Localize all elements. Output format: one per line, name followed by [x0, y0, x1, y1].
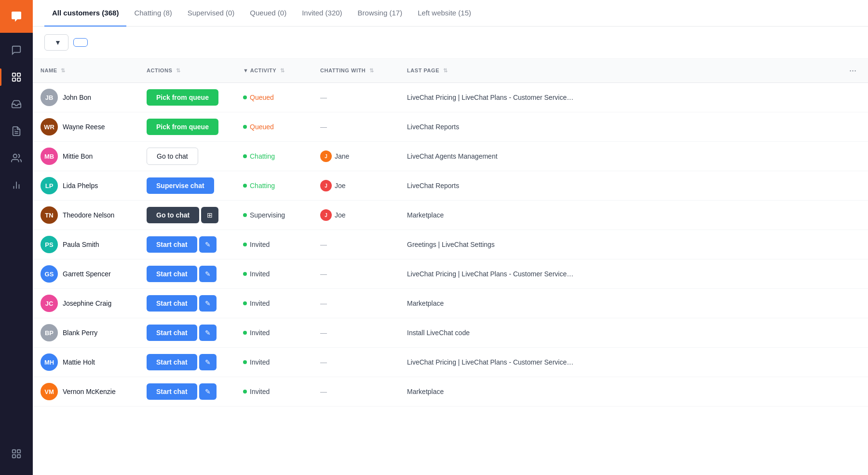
- invite-action-button[interactable]: ✎: [199, 325, 217, 341]
- table-row: TN Theodore Nelson Go to chat ⊞ Supervis…: [33, 201, 868, 230]
- chevron-down-icon: ▼: [54, 39, 61, 46]
- invite-action-button[interactable]: ✎: [199, 236, 217, 253]
- tab-left[interactable]: Left website (15): [410, 0, 479, 27]
- customers-table-container: NAME ⇅ ACTIONS ⇅ ▼ ACTIVITY ⇅ CHATTING W…: [33, 59, 868, 475]
- sidebar: [0, 0, 33, 475]
- invite-action-button[interactable]: ✎: [199, 383, 217, 400]
- svg-rect-13: [13, 455, 15, 458]
- row-more-cell: [838, 289, 868, 318]
- status-label: Invited: [250, 299, 270, 307]
- avatar: GS: [41, 265, 58, 283]
- last-page-text: Marketplace: [407, 211, 444, 219]
- app-logo[interactable]: [0, 0, 33, 33]
- row-more-cell: [838, 171, 868, 201]
- start-chat-button[interactable]: Start chat: [147, 383, 197, 400]
- last-page-cell: Marketplace: [399, 201, 838, 230]
- th-activity[interactable]: ▼ ACTIVITY ⇅: [235, 59, 312, 83]
- sort-icon: ⇅: [61, 68, 66, 73]
- tab-queued[interactable]: Queued (0): [242, 0, 294, 27]
- chatting-with-cell: —: [312, 377, 399, 407]
- status-badge: Supervising: [243, 211, 305, 219]
- row-more-cell: [838, 259, 868, 289]
- svg-rect-14: [17, 455, 20, 458]
- table-row: WR Wayne Reese Pick from queue Queued —L…: [33, 112, 868, 142]
- status-dot: [243, 125, 247, 129]
- th-last-page[interactable]: LAST PAGE ⇅: [399, 59, 838, 83]
- sidebar-item-tickets[interactable]: [0, 118, 33, 145]
- customer-name-cell: JC Josephine Craig: [33, 289, 139, 318]
- status-dot: [243, 360, 247, 364]
- tab-all[interactable]: All customers (368): [44, 0, 126, 27]
- row-more-cell: [838, 112, 868, 142]
- status-badge: Invited: [243, 358, 305, 366]
- start-chat-button[interactable]: Start chat: [147, 354, 197, 370]
- svg-rect-3: [13, 78, 15, 81]
- last-page-cell: Marketplace: [399, 377, 838, 407]
- svg-rect-4: [17, 78, 20, 81]
- status-badge: Invited: [243, 299, 305, 307]
- start-chat-button[interactable]: Start chat: [147, 236, 197, 253]
- tab-browsing[interactable]: Browsing (17): [350, 0, 410, 27]
- sidebar-item-chats[interactable]: [0, 37, 33, 64]
- sidebar-item-customers[interactable]: [0, 64, 33, 91]
- status-badge: Queued: [243, 123, 305, 131]
- sidebar-item-reports[interactable]: [0, 172, 33, 199]
- status-badge: Invited: [243, 270, 305, 278]
- tab-supervised[interactable]: Supervised (0): [180, 0, 243, 27]
- status-dot: [243, 331, 247, 335]
- status-dot: [243, 272, 247, 276]
- customers-tbody: JB John Bon Pick from queue Queued —Live…: [33, 83, 868, 407]
- start-chat-button[interactable]: Start chat: [147, 266, 197, 282]
- go-to-chat-button[interactable]: Go to chat: [147, 207, 199, 223]
- chatting-with-cell: —: [312, 259, 399, 289]
- status-badge: Invited: [243, 329, 305, 337]
- pick-from-queue-button[interactable]: Pick from queue: [147, 89, 218, 106]
- chatting-with-cell: —: [312, 289, 399, 318]
- th-more: ···: [838, 59, 868, 83]
- activity-cell: Chatting: [235, 171, 312, 201]
- th-chatting-with[interactable]: CHATTING WITH ⇅: [312, 59, 399, 83]
- start-chat-button[interactable]: Start chat: [147, 325, 197, 341]
- chatting-with-cell: —: [312, 112, 399, 142]
- agent-avatar: J: [320, 180, 332, 191]
- match-filter-button[interactable]: ▼: [44, 34, 68, 51]
- th-name[interactable]: NAME ⇅: [33, 59, 139, 83]
- last-page-text: LiveChat Reports: [407, 123, 459, 131]
- invite-action-button[interactable]: ✎: [199, 354, 217, 370]
- table-row: JB John Bon Pick from queue Queued —Live…: [33, 83, 868, 112]
- row-more-cell: [838, 377, 868, 407]
- status-label: Chatting: [250, 182, 275, 190]
- activity-cell: Invited: [235, 348, 312, 377]
- last-page-text: LiveChat Pricing | LiveChat Plans - Cust…: [407, 358, 573, 366]
- sort-icon: ⇅: [369, 68, 374, 73]
- pick-from-queue-button[interactable]: Pick from queue: [147, 119, 218, 135]
- supervise-chat-button[interactable]: Supervise chat: [147, 177, 214, 194]
- sidebar-item-inbox[interactable]: [0, 91, 33, 118]
- sidebar-item-apps[interactable]: [0, 440, 33, 467]
- invite-action-button[interactable]: ✎: [199, 266, 217, 282]
- status-badge: Invited: [243, 241, 305, 248]
- status-badge: Chatting: [243, 152, 305, 160]
- status-dot: [243, 95, 247, 99]
- sidebar-item-team[interactable]: [0, 145, 33, 172]
- row-more-cell: [838, 230, 868, 259]
- tab-chatting[interactable]: Chatting (8): [126, 0, 179, 27]
- chatting-with-cell: J Joe: [312, 201, 399, 230]
- more-columns-button[interactable]: ···: [845, 64, 860, 78]
- activity-cell: Chatting: [235, 142, 312, 171]
- last-page-text: LiveChat Pricing | LiveChat Plans - Cust…: [407, 270, 573, 278]
- tab-invited[interactable]: Invited (320): [294, 0, 350, 27]
- action-cell: Start chat ✎: [139, 289, 235, 318]
- action-cell: Start chat ✎: [139, 377, 235, 407]
- go-to-chat-button[interactable]: Go to chat: [147, 148, 198, 165]
- invite-action-button[interactable]: ✎: [199, 295, 217, 312]
- no-agent: —: [320, 329, 327, 337]
- last-page-text: LiveChat Reports: [407, 182, 459, 190]
- th-actions[interactable]: ACTIONS ⇅: [139, 59, 235, 83]
- last-page-text: Marketplace: [407, 388, 444, 395]
- add-filter-button[interactable]: [73, 38, 88, 47]
- agent-name: Jane: [335, 152, 349, 160]
- start-chat-button[interactable]: Start chat: [147, 295, 197, 312]
- secondary-action-button[interactable]: ⊞: [201, 207, 218, 223]
- customer-name: Blank Perry: [63, 329, 97, 337]
